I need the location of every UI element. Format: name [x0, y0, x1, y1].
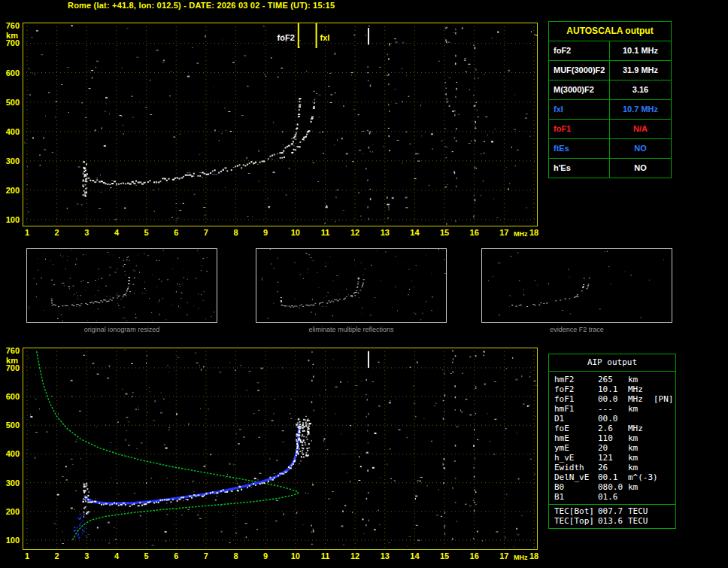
svg-text:760: 760 — [6, 21, 20, 30]
aip-param: TEC[Top] — [554, 516, 598, 526]
svg-text:3: 3 — [84, 228, 89, 237]
aip-value: 110 — [598, 433, 628, 443]
aip-param: ymE — [554, 443, 598, 453]
svg-text:16: 16 — [470, 228, 479, 237]
thumbnail-evidence-f2-trace — [481, 248, 672, 323]
svg-text:5: 5 — [144, 228, 149, 237]
svg-text:300: 300 — [6, 156, 20, 166]
svg-text:15: 15 — [440, 228, 449, 237]
aip-value: 265 — [598, 375, 628, 384]
svg-text:8: 8 — [233, 228, 238, 237]
svg-text:400: 400 — [6, 449, 20, 458]
svg-text:4: 4 — [114, 228, 120, 237]
svg-text:400: 400 — [6, 127, 20, 136]
aip-extra: [PN] — [654, 394, 675, 404]
aip-unit: km — [628, 463, 654, 472]
svg-text:600: 600 — [6, 68, 20, 77]
aip-row-fof1: foF100.0MHz[PN] — [549, 394, 675, 404]
aip-unit: MHz — [628, 384, 654, 394]
aip-extra — [654, 443, 675, 453]
svg-text:100: 100 — [6, 215, 20, 224]
aip-extra — [654, 516, 675, 526]
svg-text:11: 11 — [321, 551, 330, 560]
autoscala-table-title: AUTOSCALA output — [549, 22, 671, 41]
aip-param: hmE — [554, 433, 598, 443]
autoscala-row-m-3000-f2: M(3000)F23.16 — [549, 80, 671, 100]
aip-param: DelN_vE — [554, 472, 598, 482]
svg-text:13: 13 — [381, 228, 390, 237]
svg-text:4: 4 — [114, 551, 120, 560]
aip-tec-row-tec-top: TEC[Top]013.6TECU — [549, 516, 675, 526]
thumbnail-eliminate-reflections — [256, 248, 447, 323]
aip-tec-rows: TEC[Bot]007.7TECUTEC[Top]013.6TECU — [549, 506, 675, 526]
svg-text:500: 500 — [6, 421, 20, 430]
aip-output-table: AIP output hmF2265kmfoF210.1MHzfoF100.0M… — [548, 354, 676, 529]
autoscala-param-label: MUF(3000)F2 — [549, 61, 610, 80]
svg-text:15: 15 — [440, 551, 449, 560]
aip-param: h_vE — [554, 453, 598, 463]
aip-value: 00.1 — [598, 472, 628, 482]
aip-unit: km — [628, 404, 654, 414]
svg-text:200: 200 — [6, 507, 20, 516]
aip-value: 10.1 — [598, 384, 628, 394]
svg-text:2: 2 — [55, 551, 59, 560]
aip-unit: TECU — [628, 516, 654, 526]
autoscala-row-muf-3000-f2: MUF(3000)F231.9 MHz — [549, 61, 671, 80]
aip-unit: km — [628, 375, 654, 384]
aip-unit: TECU — [628, 506, 654, 516]
aip-row-d1: D100.0 — [549, 414, 675, 424]
svg-text:16: 16 — [470, 551, 479, 560]
svg-text:12: 12 — [350, 551, 359, 560]
svg-text:13: 13 — [381, 551, 390, 560]
bottom-ionogram-plot: 100200300400500600700760km12345678910111… — [0, 331, 549, 568]
aip-extra — [654, 414, 675, 424]
aip-tec-separator — [549, 504, 675, 505]
aip-param: B0 — [554, 482, 598, 492]
svg-text:9: 9 — [263, 228, 268, 237]
svg-text:760: 760 — [6, 346, 20, 355]
thumbnail-original-ionogram — [26, 248, 217, 323]
aip-param: TEC[Bot] — [554, 506, 598, 516]
svg-text:3: 3 — [84, 551, 89, 560]
svg-text:700: 700 — [6, 38, 20, 47]
aip-extra — [654, 453, 675, 463]
aip-param: D1 — [554, 414, 598, 424]
svg-text:12: 12 — [350, 228, 359, 237]
svg-text:600: 600 — [6, 392, 20, 401]
svg-text:11: 11 — [321, 228, 330, 237]
autoscala-param-value: 10.7 MHz — [610, 100, 671, 119]
aip-unit — [628, 414, 654, 424]
svg-text:5: 5 — [144, 551, 149, 560]
aip-param: foE — [554, 424, 598, 433]
aip-value: 26 — [598, 463, 628, 472]
svg-text:18: 18 — [529, 551, 538, 560]
svg-text:18: 18 — [529, 228, 538, 237]
aip-row-ewidth: Ewidth26km — [549, 463, 675, 472]
svg-text:500: 500 — [6, 98, 20, 107]
aip-extra — [654, 463, 675, 472]
svg-text:fxI: fxI — [320, 33, 330, 42]
aip-extra — [654, 384, 675, 394]
aip-unit: km — [628, 482, 654, 492]
autoscala-row-fof1: foF1N/A — [549, 120, 671, 139]
aip-extra — [654, 375, 675, 384]
autoscala-app-window: Rome (lat: +41.8, lon: 012.5) - DATE: 20… — [0, 0, 728, 568]
autoscala-param-value: NO — [610, 139, 671, 158]
aip-value: 00.0 — [598, 394, 628, 404]
autoscala-table-rows: foF210.1 MHzMUF(3000)F231.9 MHzM(3000)F2… — [549, 41, 671, 178]
svg-text:200: 200 — [6, 186, 20, 195]
aip-value: --- — [598, 404, 628, 414]
aip-unit: km — [628, 433, 654, 443]
autoscala-param-value: N/A — [610, 120, 671, 138]
aip-extra — [654, 424, 675, 433]
aip-value: 013.6 — [598, 516, 628, 526]
aip-row-h-ve: h_vE121km — [549, 453, 675, 463]
svg-text:MHz: MHz — [514, 554, 528, 561]
svg-text:7: 7 — [204, 551, 208, 560]
autoscala-row-fof2: foF210.1 MHz — [549, 41, 671, 61]
autoscala-param-value: 10.1 MHz — [610, 41, 671, 60]
svg-text:100: 100 — [6, 536, 20, 545]
autoscala-row-fxi: fxI10.7 MHz — [549, 100, 671, 120]
aip-tec-row-tec-bot: TEC[Bot]007.7TECU — [549, 506, 675, 516]
aip-row-b0: B0080.0km — [549, 482, 675, 492]
